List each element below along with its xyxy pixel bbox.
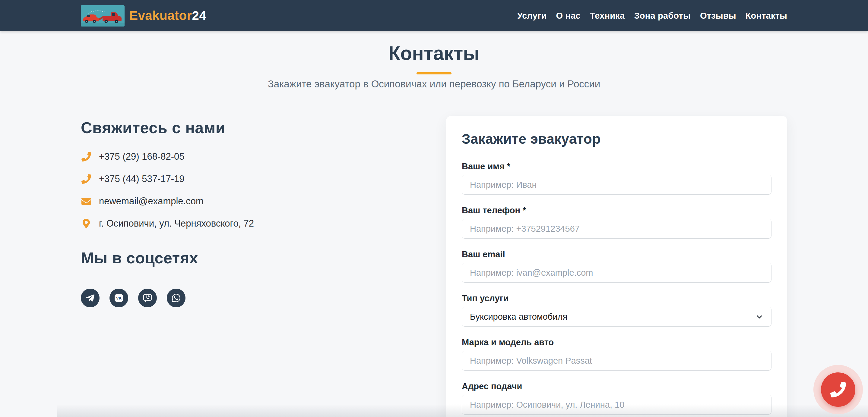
whatsapp-icon — [171, 293, 181, 303]
name-label: Ваше имя * — [462, 161, 772, 172]
main-nav: Услуги О нас Техника Зона работы Отзывы … — [517, 11, 787, 21]
nav-item-services[interactable]: Услуги — [517, 11, 547, 21]
svg-text:VK: VK — [116, 296, 122, 301]
contact-phone-2-text: +375 (44) 537-17-19 — [99, 174, 185, 184]
contact-email[interactable]: newemail@example.com — [81, 196, 352, 207]
contact-address-text: г. Осиповичи, ул. Черняховского, 72 — [99, 218, 254, 229]
nav-item-contacts[interactable]: Контакты — [746, 11, 787, 21]
car-model-label: Марка и модель авто — [462, 337, 772, 348]
service-type-label: Тип услуги — [462, 293, 772, 304]
header: Evakuator24 Услуги О нас Техника Зона ра… — [0, 0, 868, 31]
form-title: Закажите эвакуатор — [462, 131, 772, 147]
field-service-type: Тип услуги Буксировка автомобиля — [462, 293, 772, 326]
social-vk-button[interactable]: VK — [110, 289, 128, 307]
field-phone: Ваш телефон * — [462, 205, 772, 239]
brand-name: Evakuator24 — [129, 8, 206, 23]
brand-name-main: Evakuator — [129, 8, 192, 23]
tow-truck-logo-icon — [81, 5, 125, 27]
contact-list: +375 (29) 168-82-05 +375 (44) 537-17-19 … — [81, 151, 352, 229]
email-input[interactable] — [462, 263, 772, 283]
service-type-value: Буксировка автомобиля — [470, 312, 567, 322]
brand-logo[interactable]: Evakuator24 — [81, 5, 206, 27]
service-type-select[interactable]: Буксировка автомобиля — [462, 307, 772, 326]
nav-item-vehicles[interactable]: Техника — [590, 11, 625, 21]
field-pickup-address: Адрес подачи — [462, 381, 772, 415]
contact-phone-1[interactable]: +375 (29) 168-82-05 — [81, 151, 352, 162]
content-area: Свяжитесь с нами +375 (29) 168-82-05 +37… — [0, 116, 868, 417]
pickup-address-input[interactable] — [462, 395, 772, 415]
page-subtitle: Закажите эвакуатор в Осиповичах или пере… — [0, 78, 868, 90]
nav-item-reviews[interactable]: Отзывы — [700, 11, 736, 21]
call-button-circle — [821, 373, 855, 407]
title-divider — [416, 72, 452, 74]
vk-icon: VK — [114, 293, 124, 303]
contact-phone-1-text: +375 (29) 168-82-05 — [99, 151, 185, 162]
phone-icon — [81, 174, 92, 184]
phone-icon — [81, 151, 92, 162]
telegram-icon — [85, 293, 95, 303]
nav-item-work-zone[interactable]: Зона работы — [634, 11, 691, 21]
social-telegram-button[interactable] — [81, 289, 99, 307]
viber-icon — [143, 293, 152, 303]
social-section-title: Мы в соцсетях — [81, 249, 352, 267]
brand-name-suffix: 24 — [192, 8, 207, 23]
field-name: Ваше имя * — [462, 161, 772, 195]
map-pin-icon — [81, 218, 92, 229]
phone-icon — [830, 382, 846, 397]
social-links: VK — [81, 289, 352, 307]
email-label: Ваш email — [462, 249, 772, 260]
phone-label: Ваш телефон * — [462, 205, 772, 216]
field-email: Ваш email — [462, 249, 772, 283]
contact-section-title: Свяжитесь с нами — [81, 119, 352, 137]
order-form-card: Закажите эвакуатор Ваше имя * Ваш телефо… — [446, 116, 787, 417]
page-title: Контакты — [0, 42, 868, 65]
envelope-icon — [81, 196, 92, 207]
contact-phone-2[interactable]: +375 (44) 537-17-19 — [81, 174, 352, 184]
social-whatsapp-button[interactable] — [167, 289, 185, 307]
hero-section: Контакты Закажите эвакуатор в Осиповичах… — [0, 31, 868, 90]
car-model-input[interactable] — [462, 351, 772, 371]
chevron-down-icon — [755, 313, 763, 321]
pickup-address-label: Адрес подачи — [462, 381, 772, 392]
social-viber-button[interactable] — [138, 289, 157, 307]
contact-address[interactable]: г. Осиповичи, ул. Черняховского, 72 — [81, 218, 352, 229]
name-input[interactable] — [462, 175, 772, 195]
field-car-model: Марка и модель авто — [462, 337, 772, 371]
contact-email-text: newemail@example.com — [99, 196, 204, 207]
floating-call-button[interactable] — [813, 365, 863, 414]
nav-item-about[interactable]: О нас — [556, 11, 580, 21]
contact-info-column: Свяжитесь с нами +375 (29) 168-82-05 +37… — [81, 119, 352, 307]
phone-input[interactable] — [462, 219, 772, 239]
